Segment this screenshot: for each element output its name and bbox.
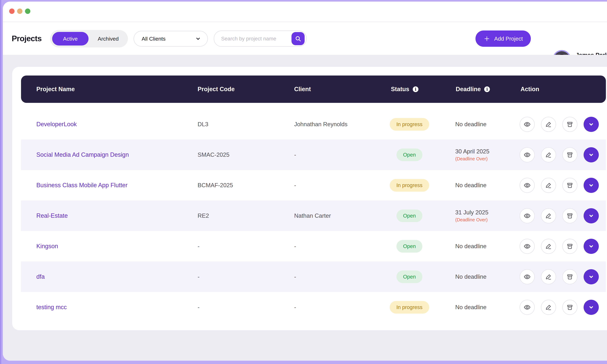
client-name: Nathan Carter	[294, 212, 331, 219]
edit-button[interactable]	[541, 239, 556, 254]
archive-button[interactable]	[562, 239, 578, 254]
search-button[interactable]	[291, 32, 305, 45]
pencil-icon	[545, 212, 552, 219]
view-button[interactable]	[520, 269, 535, 284]
view-button[interactable]	[520, 117, 535, 132]
edit-button[interactable]	[541, 300, 556, 315]
deadline-text: No deadline	[455, 243, 486, 250]
project-name-link[interactable]: DeveloperLook	[36, 121, 77, 128]
expand-row-button[interactable]	[584, 208, 599, 223]
table-row: Real-Estate RE2 Nathan Carter Open 31 Ju…	[21, 200, 606, 231]
add-project-label: Add Project	[494, 36, 523, 42]
expand-row-button[interactable]	[584, 269, 599, 284]
table-row: Kingson - - Open No deadline	[21, 231, 606, 261]
edit-button[interactable]	[541, 208, 556, 223]
column-header-status: Status i	[391, 76, 418, 103]
archive-button[interactable]	[562, 147, 578, 162]
column-header-action: Action	[521, 76, 539, 103]
app-window: Projects Active Archived All Clients Add	[3, 1, 607, 361]
edit-button[interactable]	[541, 147, 556, 162]
client-name: -	[294, 243, 296, 250]
tab-archived[interactable]: Archived	[89, 30, 128, 47]
pencil-icon	[545, 182, 552, 189]
status-info-icon[interactable]: i	[413, 86, 418, 92]
project-name-link[interactable]: testing mcc	[36, 304, 67, 311]
page-title: Projects	[12, 22, 41, 55]
table-row: Business Class Mobile App Flutter BCMAF-…	[21, 170, 606, 200]
deadline-text: 30 April 2025	[455, 148, 489, 155]
expand-row-button[interactable]	[584, 147, 599, 162]
project-name-link[interactable]: Business Class Mobile App Flutter	[36, 182, 128, 189]
archive-button[interactable]	[562, 300, 578, 315]
table-row: Social Media Ad Campaign Design SMAC-202…	[21, 140, 606, 170]
titlebar	[3, 1, 607, 22]
deadline-info-icon[interactable]: i	[484, 86, 490, 92]
chevron-down-icon	[588, 151, 595, 158]
project-code: -	[198, 273, 199, 280]
project-name-link[interactable]: Kingson	[36, 243, 58, 250]
close-window-button[interactable]	[9, 9, 14, 14]
eye-icon	[524, 151, 531, 158]
tab-active[interactable]: Active	[52, 32, 89, 46]
expand-row-button[interactable]	[584, 117, 599, 132]
project-name-link[interactable]: Social Media Ad Campaign Design	[36, 151, 129, 158]
eye-icon	[524, 243, 531, 250]
client-filter-value: All Clients	[142, 36, 166, 42]
archive-button[interactable]	[562, 269, 578, 284]
active-archived-toggle: Active Archived	[50, 30, 128, 47]
column-header-deadline: Deadline i	[456, 76, 490, 103]
search-icon	[294, 35, 302, 42]
status-badge: In progress	[390, 179, 429, 192]
table-row: dfa - - Open No deadline	[21, 261, 606, 292]
eye-icon	[524, 182, 531, 189]
status-badge: In progress	[390, 301, 429, 314]
status-badge: Open	[396, 148, 422, 161]
project-code: -	[198, 304, 199, 311]
table-row: DeveloperLook DL3 Johnathan Reynolds In …	[21, 109, 606, 140]
minimize-window-button[interactable]	[17, 9, 22, 14]
column-header-project-code: Project Code	[198, 76, 235, 103]
view-button[interactable]	[520, 208, 535, 223]
chevron-down-icon	[588, 273, 595, 280]
expand-row-button[interactable]	[584, 300, 599, 315]
deadline-text: No deadline	[455, 182, 486, 189]
view-button[interactable]	[520, 178, 535, 193]
view-button[interactable]	[520, 300, 535, 315]
table-row: testing mcc - - In progress No deadline	[21, 292, 606, 323]
expand-row-button[interactable]	[584, 239, 599, 254]
pencil-icon	[545, 273, 552, 280]
eye-icon	[524, 121, 531, 128]
pencil-icon	[545, 243, 552, 250]
status-badge: In progress	[390, 118, 429, 131]
add-project-button[interactable]: Add Project	[475, 30, 531, 47]
archive-box-icon	[566, 243, 573, 250]
archive-button[interactable]	[562, 117, 578, 132]
zoom-window-button[interactable]	[25, 9, 30, 14]
chevron-down-icon	[588, 121, 595, 128]
project-code: DL3	[198, 121, 208, 128]
archive-button[interactable]	[562, 178, 578, 193]
edit-button[interactable]	[541, 117, 556, 132]
table-header: Project Name Project Code Client Status …	[21, 76, 606, 103]
eye-icon	[524, 273, 531, 280]
edit-button[interactable]	[541, 178, 556, 193]
client-name: Johnathan Reynolds	[294, 121, 347, 128]
edit-button[interactable]	[541, 269, 556, 284]
toolbar: Projects Active Archived All Clients Add	[3, 22, 607, 55]
archive-box-icon	[566, 182, 573, 189]
view-button[interactable]	[520, 147, 535, 162]
view-button[interactable]	[520, 239, 535, 254]
pencil-icon	[545, 121, 552, 128]
plus-icon	[484, 35, 490, 42]
expand-row-button[interactable]	[584, 178, 599, 193]
archive-box-icon	[566, 151, 573, 158]
client-name: -	[294, 152, 296, 158]
column-header-client: Client	[294, 76, 311, 103]
client-filter-select[interactable]: All Clients	[133, 31, 208, 47]
status-badge: Open	[396, 209, 422, 222]
archive-button[interactable]	[562, 208, 578, 223]
client-name: -	[294, 273, 296, 280]
status-badge: Open	[396, 240, 422, 253]
project-name-link[interactable]: dfa	[36, 273, 45, 280]
project-name-link[interactable]: Real-Estate	[36, 212, 68, 219]
